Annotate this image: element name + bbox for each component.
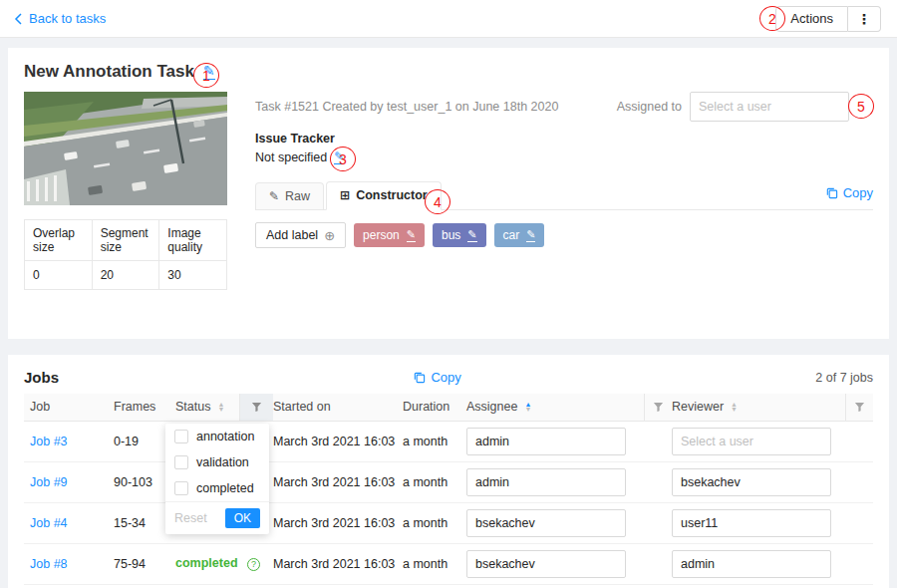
job-link[interactable]: Job #4: [30, 516, 68, 530]
back-to-tasks-link[interactable]: Back to tasks: [14, 11, 106, 26]
edit-issue-tracker-icon[interactable]: ✎: [334, 150, 344, 164]
filter-funnel-icon: [251, 402, 262, 413]
question-circle-icon[interactable]: ?: [247, 558, 260, 571]
job-reviewer-input[interactable]: [672, 468, 831, 496]
job-frames: 75-94: [114, 543, 175, 584]
reviewer-filter-trigger[interactable]: [845, 394, 873, 421]
actions-button[interactable]: Actions: [775, 6, 848, 32]
job-duration: a month: [403, 421, 466, 461]
assignee-filter-trigger[interactable]: [644, 394, 672, 421]
param-segment-size-header: Segment size: [92, 220, 159, 261]
job-link[interactable]: Job #9: [30, 475, 68, 489]
filter-option-validation[interactable]: validation: [165, 449, 269, 475]
col-assignee[interactable]: Assignee ▲▼: [466, 394, 644, 421]
issue-tracker-value: Not specified: [255, 150, 327, 164]
filter-reset-button[interactable]: Reset: [174, 511, 207, 525]
jobs-table-header-row: Job Frames Status ▲▼ Started on Duration…: [24, 394, 873, 421]
filter-option-label: annotation: [196, 430, 254, 443]
status-filter-trigger[interactable]: [239, 394, 273, 421]
constructor-block-icon: ⊞: [340, 189, 350, 201]
sort-icons: ▲▼: [217, 402, 224, 412]
edit-label-icon[interactable]: ✎: [467, 229, 476, 242]
filter-funnel-icon: [653, 402, 664, 413]
tab-constructor-label: Constructor: [356, 188, 428, 202]
task-details-card: New Annotation Task ✎: [8, 48, 889, 339]
job-reviewer-input[interactable]: [672, 509, 831, 537]
job-row: Job #4 15-34 March 3rd 2021 16:03 a mont…: [24, 502, 873, 543]
task-assignee-select[interactable]: [690, 92, 849, 122]
col-job: Job: [24, 394, 114, 421]
label-name: person: [363, 228, 400, 242]
assigned-to-group: Assigned to: [617, 92, 849, 122]
filter-dropdown-footer: Reset OK: [165, 501, 269, 534]
status-filter-dropdown: annotation validation completed Reset OK: [165, 424, 269, 534]
more-menu-button[interactable]: ⋮: [848, 6, 881, 32]
assigned-to-label: Assigned to: [617, 100, 682, 114]
filter-ok-button[interactable]: OK: [225, 508, 260, 528]
job-duration: a month: [403, 461, 466, 502]
job-row: Job #8 75-94 completed ? March 3rd 2021 …: [24, 543, 873, 584]
task-title-row: New Annotation Task ✎: [24, 62, 873, 82]
col-duration: Duration: [403, 394, 466, 421]
job-assignee-input[interactable]: [466, 550, 626, 578]
copy-labels-label: Copy: [843, 185, 873, 200]
task-left-column: Overlap size Segment size Image quality …: [24, 92, 227, 290]
label-chip-car[interactable]: car ✎: [494, 223, 545, 247]
sort-icons: ▲▼: [731, 402, 738, 412]
cvat-task-page: Back to tasks Actions ⋮ New Annotation T…: [0, 0, 897, 588]
job-status-completed: completed: [175, 556, 238, 570]
job-link[interactable]: Job #8: [30, 557, 68, 571]
job-reviewer-input[interactable]: [672, 428, 831, 455]
task-title: New Annotation Task: [24, 62, 194, 82]
back-to-tasks-label: Back to tasks: [29, 11, 106, 26]
task-body: Overlap size Segment size Image quality …: [24, 92, 873, 290]
job-assignee-input[interactable]: [466, 428, 626, 455]
issue-tracker-block: Issue Tracker Not specified ✎: [255, 132, 873, 164]
tab-raw[interactable]: ✎ Raw: [255, 182, 324, 209]
labels-constructor: Add label ⊕ person ✎ bus ✎ car ✎: [255, 222, 873, 248]
copy-icon: [825, 186, 838, 199]
task-parameters-table: Overlap size Segment size Image quality …: [24, 219, 227, 290]
job-duration: a month: [403, 543, 466, 584]
job-assignee-input[interactable]: [466, 468, 626, 496]
job-row: Job #9 90-103 March 3rd 2021 16:03 a mon…: [24, 461, 873, 502]
checkbox[interactable]: [174, 481, 188, 495]
copy-labels-button[interactable]: Copy: [825, 185, 873, 200]
label-chip-person[interactable]: person ✎: [354, 223, 425, 247]
jobs-header: Jobs Copy 2 of 7 jobs: [24, 369, 873, 386]
job-assignee-input[interactable]: [466, 509, 626, 537]
param-overlap-size-value: 0: [25, 261, 93, 290]
edit-label-icon[interactable]: ✎: [407, 229, 416, 242]
col-reviewer[interactable]: Reviewer ▲▼: [672, 394, 845, 421]
copy-icon: [413, 371, 426, 384]
job-started: March 3rd 2021 16:03: [273, 502, 403, 543]
job-reviewer-input[interactable]: [672, 550, 831, 578]
chevron-left-icon: [14, 13, 22, 25]
param-overlap-size-header: Overlap size: [25, 220, 93, 261]
edit-label-icon[interactable]: ✎: [526, 229, 535, 242]
tab-constructor[interactable]: ⊞ Constructor: [326, 181, 442, 210]
job-started: March 3rd 2021 16:03: [273, 543, 403, 584]
col-started-on: Started on: [273, 394, 403, 421]
add-label-button[interactable]: Add label ⊕: [255, 222, 346, 248]
add-label-text: Add label: [266, 228, 318, 242]
filter-option-label: validation: [196, 455, 249, 469]
vertical-dots-icon: ⋮: [857, 11, 871, 27]
jobs-card: Jobs Copy 2 of 7 jobs Job Frames Status: [8, 355, 889, 588]
param-image-quality-value: 30: [159, 261, 227, 290]
filter-option-annotation[interactable]: annotation: [165, 424, 269, 449]
tab-raw-label: Raw: [285, 189, 310, 203]
issue-tracker-label: Issue Tracker: [255, 132, 873, 146]
job-started: March 3rd 2021 16:03: [273, 421, 403, 461]
checkbox[interactable]: [174, 455, 188, 469]
jobs-table: Job Frames Status ▲▼ Started on Duration…: [24, 394, 873, 585]
job-duration: a month: [403, 502, 466, 543]
job-link[interactable]: Job #3: [30, 435, 68, 448]
label-chip-bus[interactable]: bus ✎: [433, 223, 486, 247]
filter-option-label: completed: [196, 481, 254, 495]
copy-jobs-button[interactable]: Copy: [413, 370, 460, 385]
filter-option-completed[interactable]: completed: [165, 475, 269, 501]
checkbox[interactable]: [174, 430, 188, 443]
col-status[interactable]: Status ▲▼: [175, 394, 239, 421]
edit-task-name-icon[interactable]: ✎: [203, 64, 215, 80]
